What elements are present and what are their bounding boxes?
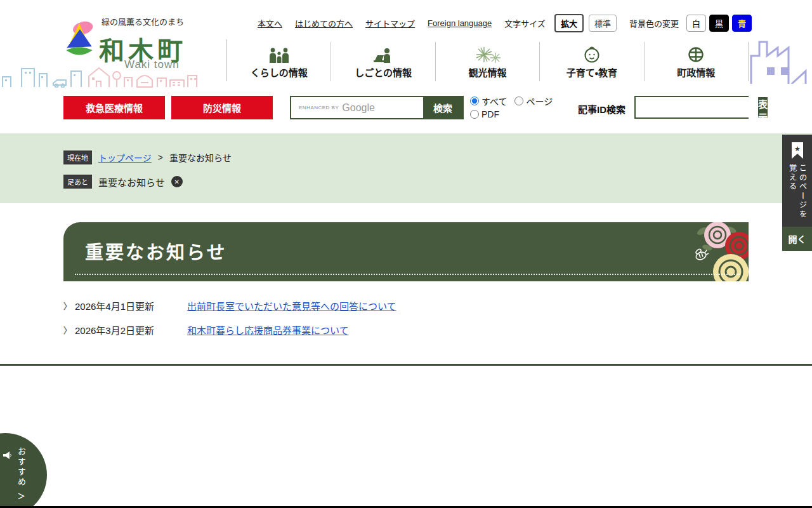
fireworks-icon [475, 45, 501, 63]
baby-face-icon [584, 45, 600, 63]
search-button[interactable]: 検索 [423, 97, 462, 118]
news-row: 〉 2026年4月1日更新 出前町長室でいただいた意見等への回答について [63, 293, 698, 318]
close-icon[interactable]: ✕ [171, 176, 183, 187]
news-link[interactable]: 出前町長室でいただいた意見等への回答について [187, 299, 396, 312]
footer: SHIMANE HIROSHIMA YAMAGUCHI 和木町 Waki Tow… [0, 364, 812, 508]
worker-laptop-icon [372, 45, 394, 63]
bg-color-label: 背景色の変更 [629, 17, 679, 29]
breadcrumb-current: 重要なお知らせ [169, 151, 232, 164]
article-id-box: 表示 [634, 96, 749, 119]
bookmark-this-page[interactable]: ★ このページを 覚える [782, 135, 812, 227]
chevron-down-icon: ＞ [17, 490, 25, 501]
footprint-item: 重要なお知らせ [98, 175, 165, 189]
nav-item-living[interactable]: くらしの情報 [227, 42, 331, 81]
chevron-icon: 〉 [63, 324, 75, 336]
main-nav: くらしの情報 しごとの情報 [227, 42, 749, 81]
footprint-badge: 足あと [63, 175, 92, 189]
page-title: 重要なお知らせ [85, 237, 226, 264]
rose-decoration [644, 222, 749, 281]
skyline-illustration [0, 58, 211, 88]
nav-item-childcare[interactable]: 子育て・教育 [540, 42, 644, 81]
site-tagline: 緑の風薫る文化のまち [102, 15, 184, 27]
dotted-divider [75, 274, 740, 275]
footprint-row: 足あと 重要なお知らせ ✕ [63, 175, 183, 189]
search-scope: すべて ページ PDF [470, 95, 565, 121]
article-id-show-button[interactable]: 表示 [758, 97, 768, 117]
open-button[interactable]: 開く [782, 227, 812, 251]
news-link[interactable]: 和木町暮らし応援商品券事業について [187, 323, 349, 337]
breadcrumb-separator: > [158, 152, 163, 163]
location-badge: 現在地 [63, 150, 92, 164]
svg-text:★: ★ [794, 145, 801, 152]
page-title-banner: 重要なお知らせ [63, 222, 749, 281]
foreign-language-link[interactable]: Foreign language [428, 18, 492, 28]
recommend-label: おすすめ [15, 447, 27, 488]
disaster-info-button[interactable]: 防災情報 [171, 96, 273, 119]
font-standard-button[interactable]: 標準 [589, 15, 617, 32]
skip-to-content-link[interactable]: 本文へ [258, 17, 282, 29]
page: 緑の風薫る文化のまち 和木町 Waki town [0, 0, 812, 508]
nav-item-government[interactable]: 町政情報 [645, 42, 749, 81]
sitemap-link[interactable]: サイトマップ [365, 17, 415, 29]
bee-icon [695, 248, 709, 261]
town-logo-icon[interactable] [61, 20, 98, 58]
news-date: 2026年3月2日更新 [75, 323, 187, 337]
scope-pdf-radio[interactable]: PDF [470, 109, 499, 119]
page-bookmark-tab: ★ このページを 覚える 開く [782, 135, 812, 251]
chevron-icon: 〉 [63, 300, 75, 312]
bookmark-label: このページを 覚える [787, 164, 808, 219]
news-list: 〉 2026年4月1日更新 出前町長室でいただいた意見等への回答について 〉 2… [63, 293, 698, 342]
breadcrumb: 現在地 トップページ > 重要なお知らせ [63, 150, 232, 164]
news-row: 〉 2026年3月2日更新 和木町暮らし応援商品券事業について [63, 318, 698, 342]
article-id-input[interactable] [636, 97, 758, 117]
emergency-medical-button[interactable]: 救急医療情報 [63, 96, 165, 119]
news-date: 2026年4月1日更新 [75, 299, 187, 312]
font-size-label: 文字サイズ [504, 17, 546, 29]
article-id-label: 記事ID検索 [578, 102, 625, 116]
factory-illustration [750, 38, 812, 84]
scope-page-radio[interactable]: ページ [514, 95, 553, 107]
breadcrumb-band: 現在地 トップページ > 重要なお知らせ 足あと 重要なお知らせ ✕ [0, 133, 812, 203]
font-enlarge-button[interactable]: 拡大 [554, 14, 584, 32]
scope-all-radio[interactable]: すべて [470, 95, 507, 107]
breadcrumb-home-link[interactable]: トップページ [98, 151, 152, 164]
bg-white-button[interactable]: 白 [686, 15, 706, 32]
bookmark-star-icon: ★ [790, 142, 804, 159]
first-time-link[interactable]: はじめての方へ [295, 17, 353, 29]
bg-black-button[interactable]: 黒 [709, 15, 729, 32]
nav-item-work[interactable]: しごとの情報 [331, 42, 435, 81]
family-icon [268, 45, 290, 63]
search-input[interactable] [291, 97, 423, 118]
nav-item-sightseeing[interactable]: 観光情報 [436, 42, 540, 81]
megaphone-icon [3, 451, 12, 460]
bg-blue-button[interactable]: 青 [732, 15, 752, 32]
town-emblem-icon [688, 45, 704, 63]
utility-nav: 本文へ はじめての方へ サイトマップ Foreign language 文字サイ… [258, 15, 752, 30]
site-search-box: ENHANCED BY Google 検索 [290, 96, 464, 119]
bg-color-buttons: 白 黒 青 [686, 15, 752, 32]
